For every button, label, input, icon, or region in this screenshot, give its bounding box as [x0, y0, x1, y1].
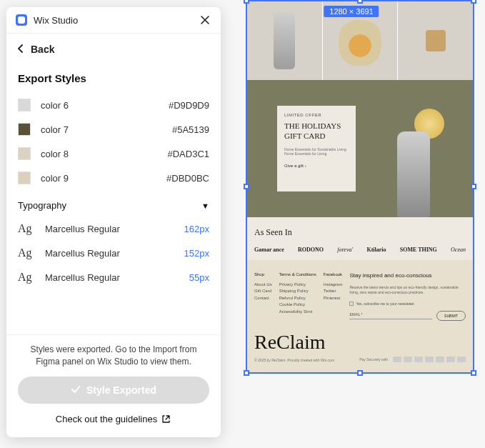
footer-heading: Shop: [254, 272, 272, 279]
color-name: color 8: [41, 149, 69, 159]
font-size: 55px: [189, 272, 209, 283]
font-name: Marcellus Regular: [45, 272, 120, 283]
check-icon: [71, 384, 81, 397]
exported-button-label: Style Exported: [86, 384, 156, 396]
font-preview-icon: Ag: [18, 271, 36, 284]
section-title: Export Styles: [6, 65, 221, 93]
pay-icon: [446, 357, 455, 362]
footer-link[interactable]: Refund Policy: [279, 295, 316, 302]
brandmark-section: ReClaim © 2025 by ReClaim. Proudly creat…: [247, 328, 473, 372]
color-row[interactable]: color 9 #DBD0BC: [18, 166, 209, 190]
footer-link[interactable]: Facebook: [324, 272, 343, 279]
color-hex: #DBD0BC: [166, 173, 209, 184]
footer-link[interactable]: Cookie Policy: [279, 302, 316, 309]
footer-link[interactable]: Accessibility Stmt: [279, 309, 316, 316]
color-swatch: [18, 123, 31, 136]
color-name: color 6: [41, 100, 69, 111]
as-seen-in-title: As Seen In: [254, 227, 466, 238]
color-swatch: [18, 147, 31, 160]
brand-logo: SOME THING: [400, 247, 437, 253]
brand-row: Gamar ance RODONO foreva' Ktilario SOME …: [254, 247, 466, 253]
style-exported-button[interactable]: Style Exported: [18, 377, 209, 404]
footer-link[interactable]: Shipping Policy: [279, 288, 316, 295]
frame-size-badge: 1280 × 3691: [324, 6, 379, 17]
as-seen-in-section: As Seen In Gamar ance RODONO foreva' Kti…: [247, 217, 473, 260]
font-size: 152px: [184, 248, 209, 259]
footer-link[interactable]: Twitter: [324, 288, 343, 295]
card-title: THE HOLIDAYS GIFT CARD: [284, 121, 349, 141]
color-name: color 7: [41, 124, 69, 135]
hero-image-3: [397, 1, 473, 80]
footer-link[interactable]: Gift Card: [254, 288, 272, 295]
pay-label: Pay Securely with: [359, 357, 388, 362]
caret-down-icon: ▼: [201, 201, 209, 210]
typography-header[interactable]: Typography ▼: [18, 190, 209, 216]
footer-heading: Terms & Conditions: [279, 272, 316, 279]
styles-list[interactable]: color 6 #D9D9D9 color 7 #5A5139 color 8 …: [6, 93, 221, 334]
selected-frame[interactable]: LIMITED OFFER THE HOLIDAYS GIFT CARD Hom…: [246, 0, 474, 374]
resize-handle-mt[interactable]: [357, 0, 363, 4]
color-row[interactable]: color 6 #D9D9D9: [18, 93, 209, 117]
pay-icon: [425, 357, 434, 362]
newsletter-desc: Receive the latest trends and tips on ec…: [349, 285, 466, 295]
bottle-graphic: [397, 131, 430, 217]
resize-handle-br[interactable]: [471, 370, 476, 376]
color-hex: #DAD3C1: [167, 149, 209, 159]
color-name: color 9: [41, 173, 69, 184]
brand-logo: Gamar ance: [254, 247, 284, 253]
gift-card-promo: LIMITED OFFER THE HOLIDAYS GIFT CARD Hom…: [277, 106, 356, 191]
export-styles-panel: Wix Studio Back Export Styles color 6 #D…: [6, 7, 221, 437]
resize-handle-bl[interactable]: [244, 370, 249, 376]
brand-logo: Ktilario: [366, 247, 386, 253]
resize-handle-ml[interactable]: [244, 184, 249, 189]
pay-icon: [404, 357, 412, 362]
wix-studio-icon: [15, 14, 28, 26]
font-row[interactable]: Ag Marcellus Regular 55px: [18, 265, 209, 289]
font-size: 162px: [184, 224, 209, 234]
back-button[interactable]: Back: [6, 34, 221, 65]
export-message: Styles were exported. Go to the Import f…: [18, 344, 209, 368]
subscribe-checkbox[interactable]: [349, 302, 354, 306]
pay-icon: [393, 357, 401, 362]
feature-section: LIMITED OFFER THE HOLIDAYS GIFT CARD Hom…: [247, 80, 473, 217]
color-hex: #5A5139: [172, 124, 209, 135]
close-button[interactable]: [198, 13, 212, 27]
svg-rect-1: [18, 16, 25, 24]
footer-link[interactable]: Pinterest: [324, 295, 343, 302]
card-desc: Home Essentials for Sustainable Living H…: [284, 147, 349, 156]
figma-canvas[interactable]: LIMITED OFFER THE HOLIDAYS GIFT CARD Hom…: [229, 0, 485, 448]
submit-button[interactable]: SUBMIT: [436, 311, 466, 321]
panel-header: Wix Studio: [6, 7, 221, 34]
pay-icon: [436, 357, 444, 362]
chevron-left-icon: [18, 44, 24, 55]
payment-row: Pay Securely with: [359, 357, 466, 362]
footer-link[interactable]: Contact: [254, 295, 272, 302]
resize-handle-tr[interactable]: [471, 0, 476, 4]
card-link[interactable]: Give a gift ›: [284, 164, 306, 168]
guidelines-link[interactable]: Check out the guidelines: [18, 404, 209, 427]
brand-logo: RODONO: [298, 247, 324, 253]
brand-logo: Ocean: [451, 247, 466, 253]
external-link-icon: [161, 414, 171, 424]
resize-handle-mr[interactable]: [471, 184, 476, 189]
copyright: © 2025 by ReClaim. Proudly created with …: [254, 358, 334, 362]
footer-link[interactable]: Instagram: [324, 282, 343, 289]
color-row[interactable]: color 7 #5A5139: [18, 117, 209, 141]
font-preview-icon: Ag: [18, 222, 36, 235]
font-name: Marcellus Regular: [45, 248, 120, 259]
footer-col-terms: Terms & Conditions Privacy Policy Shippi…: [279, 272, 316, 321]
font-row[interactable]: Ag Marcellus Regular 152px: [18, 241, 209, 265]
color-row[interactable]: color 8 #DAD3C1: [18, 141, 209, 166]
guidelines-label: Check out the guidelines: [56, 414, 157, 424]
footer-link[interactable]: About Us: [254, 282, 272, 289]
typography-label: Typography: [18, 200, 66, 211]
color-hex: #D9D9D9: [169, 100, 209, 111]
resize-handle-mb[interactable]: [357, 370, 363, 376]
email-input[interactable]: EMAIL *: [349, 312, 432, 319]
font-preview-icon: Ag: [18, 247, 36, 259]
resize-handle-tl[interactable]: [244, 0, 249, 4]
footer-link[interactable]: Privacy Policy: [279, 282, 316, 289]
font-row[interactable]: Ag Marcellus Regular 162px: [18, 216, 209, 241]
checkbox-label: Yes, subscribe me to your newsletter.: [356, 301, 415, 307]
hero-image-1: [247, 1, 322, 80]
